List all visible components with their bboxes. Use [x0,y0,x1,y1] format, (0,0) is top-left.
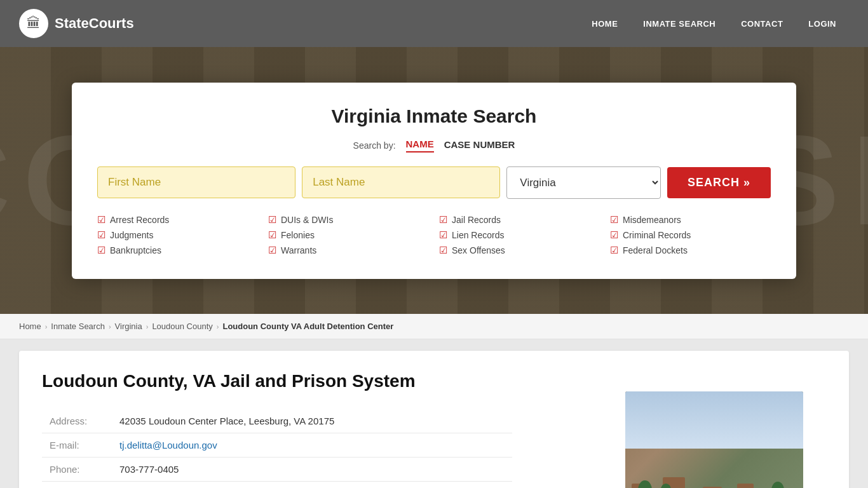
feature-label: Lien Records [452,230,505,240]
check-icon: ☑ [439,245,447,256]
check-icon: ☑ [97,229,105,241]
field-value-address: 42035 Loudoun Center Place, Leesburg, VA… [112,409,512,433]
content-title: Loudoun County, VA Jail and Prison Syste… [42,371,826,391]
content-inner: Loudoun County, VA Jail and Prison Syste… [42,371,826,488]
field-label: E-mail: [42,433,112,458]
info-table: Address: 42035 Loudoun Center Place, Lee… [42,409,512,488]
field-label: Phone: [42,458,112,482]
feature-label: DUIs & DWIs [281,215,333,225]
email-link[interactable]: tj.delitta@Loudoun.gov [119,440,217,451]
feature-label: Warrants [281,245,316,255]
table-row: E-mail: tj.delitta@Loudoun.gov [42,433,512,458]
logo-link[interactable]: 🏛 StateCourts [19,9,134,38]
field-value-phone: 703-777-0405 [112,458,512,482]
first-name-input[interactable] [97,166,295,198]
check-icon: ☑ [439,214,447,226]
breadcrumb-inmate-search[interactable]: Inmate Search [51,322,105,331]
feature-label: Misdemeanors [623,215,681,225]
check-icon: ☑ [268,214,276,226]
breadcrumb-home[interactable]: Home [19,322,41,331]
field-value-website: https://sheriff.loudoun.gov/index.aspx?n… [112,482,512,489]
breadcrumb-loudoun-county[interactable]: Loudoun County [152,322,212,331]
facility-image-placeholder [625,391,803,488]
hero-section: COURTHOUSE Virginia Inmate Search Search… [0,47,868,314]
feature-duis: ☑ DUIs & DWIs [268,214,429,226]
breadcrumb-sep: › [45,323,48,330]
feature-warrants: ☑ Warrants [268,245,429,256]
nav-contact[interactable]: CONTACT [728,1,796,46]
field-label: Address: [42,409,112,433]
tab-case-number[interactable]: CASE NUMBER [444,139,515,152]
feature-label: Felonies [281,230,315,240]
field-label: Website: [42,482,112,489]
check-icon: ☑ [268,229,276,241]
search-button[interactable]: SEARCH » [667,167,771,198]
feature-label: Federal Dockets [623,245,688,255]
last-name-input[interactable] [302,166,500,198]
feature-label: Criminal Records [623,230,691,240]
feature-sex-offenses: ☑ Sex Offenses [439,245,600,256]
navbar: 🏛 StateCourts HOME INMATE SEARCH CONTACT… [0,0,868,47]
feature-label: Arrest Records [110,215,169,225]
logo-icon: 🏛 [19,9,48,38]
check-icon: ☑ [268,245,276,256]
feature-jail-records: ☑ Jail Records [439,214,600,226]
feature-label: Sex Offenses [452,245,505,255]
feature-label: Bankruptcies [110,245,161,255]
search-inputs-row: Virginia Alabama Alaska Arizona Californ… [97,166,771,199]
facility-image [625,391,803,488]
search-card-title: Virginia Inmate Search [97,105,771,127]
check-icon: ☑ [97,245,105,256]
feature-bankruptcies: ☑ Bankruptcies [97,245,258,256]
feature-judgments: ☑ Judgments [97,229,258,241]
feature-label: Judgments [110,230,153,240]
field-value-email: tj.delitta@Loudoun.gov [112,433,512,458]
content-section: Loudoun County, VA Jail and Prison Syste… [19,351,849,488]
check-icon: ☑ [610,229,618,241]
breadcrumb-sep: › [109,323,111,330]
tab-name[interactable]: NAME [406,139,434,152]
table-row: Address: 42035 Loudoun Center Place, Lee… [42,409,512,433]
search-card: Virginia Inmate Search Search by: NAME C… [72,83,796,279]
table-row: Phone: 703-777-0405 [42,458,512,482]
logo-text: StateCourts [55,15,134,32]
feature-federal-dockets: ☑ Federal Dockets [610,245,771,256]
feature-lien-records: ☑ Lien Records [439,229,600,241]
search-by-row: Search by: NAME CASE NUMBER [97,139,771,152]
nav-login[interactable]: LOGIN [796,1,849,46]
feature-misdemeanors: ☑ Misdemeanors [610,214,771,226]
breadcrumb-virginia[interactable]: Virginia [115,322,142,331]
check-icon: ☑ [610,245,618,256]
state-select[interactable]: Virginia Alabama Alaska Arizona Californ… [506,166,661,199]
check-icon: ☑ [439,229,447,241]
feature-arrest-records: ☑ Arrest Records [97,214,258,226]
features-grid: ☑ Arrest Records ☑ DUIs & DWIs ☑ Jail Re… [97,214,771,256]
breadcrumb-sep: › [146,323,149,330]
feature-felonies: ☑ Felonies [268,229,429,241]
feature-criminal-records: ☑ Criminal Records [610,229,771,241]
nav-home[interactable]: HOME [579,1,630,46]
feature-label: Jail Records [452,215,501,225]
check-icon: ☑ [97,214,105,226]
check-icon: ☑ [610,214,618,226]
search-by-label: Search by: [353,140,396,151]
nav-inmate-search[interactable]: INMATE SEARCH [630,1,728,46]
table-row: Website: https://sheriff.loudoun.gov/ind… [42,482,512,489]
nav-links: HOME INMATE SEARCH CONTACT LOGIN [579,1,849,46]
breadcrumb-sep: › [217,323,219,330]
breadcrumb: Home › Inmate Search › Virginia › Loudou… [0,314,868,339]
breadcrumb-current: Loudoun County VA Adult Detention Center [222,322,393,331]
